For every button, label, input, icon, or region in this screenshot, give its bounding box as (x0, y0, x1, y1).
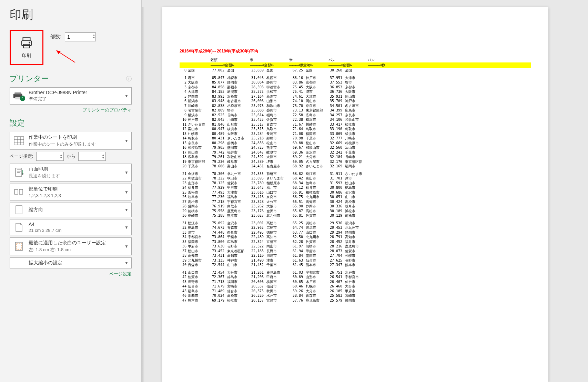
table-row: 32徳島市74,673青森市22,963広島市64.74岐阜市29,453北九州… (180, 225, 531, 230)
page-to-input[interactable] (78, 152, 106, 161)
duplex-title: 両面印刷 (29, 166, 124, 172)
margins-sub: 左: 1.8 cm 右: 1.8 cm (29, 247, 124, 253)
printer-name: Brother DCP-J988N Printer (29, 90, 124, 95)
svg-rect-0 (23, 38, 30, 41)
table-row: 43長野市71,713福岡市20,606横浜市60.65水戸市26,467仙台市 (180, 280, 531, 284)
page-title: 印刷 (10, 7, 132, 23)
table-row: 42佐賀市72,367徳島市21,206甲府市60.89山形市26,541宇都宮… (180, 275, 531, 280)
table-row: 25浜松市77,493大津市23,616山口市66.91相模原市30,686金沢… (180, 190, 531, 195)
orientation-selector[interactable]: 縦方向 ▼ (10, 203, 132, 217)
report-title: 2016年(平成28年)～2018年(平成30年)平均 (180, 48, 531, 54)
collate-title: 部単位で印刷 (29, 186, 124, 192)
table-row: 8名古屋市82,809堺市25,888盛岡市73.13東京都区部34,399広島… (180, 108, 531, 113)
table-row: 31松江市75,092金沢市23,001高松市65.25浜松市29,536新潟市 (180, 221, 531, 226)
table-row: 34宇都宮市73,864千葉市22,489高知市62.50北九州市28,791高… (180, 235, 531, 239)
table-row: 19東京都区部79,236岐阜市24,589堺市69.05名古屋市32,176東… (180, 159, 531, 164)
table-row: 18広島市79,261和歌山市24,592大津市69.21大分市32,184長崎… (180, 155, 531, 159)
svg-rect-20 (19, 189, 23, 194)
collate-selector[interactable]: 部単位で印刷 1,2,3 1,2,3 1,2,3 ▼ (10, 184, 132, 200)
duplex-sub: 長辺を綴じます (29, 173, 124, 179)
chevron-down-icon: ▼ (124, 207, 129, 212)
svg-rect-19 (14, 189, 18, 194)
svg-rect-8 (15, 97, 20, 99)
table-row: 9横浜市82,525長崎市25,614福島市72.58広島市34,257奈良市 (180, 113, 531, 118)
copies-input[interactable] (65, 32, 96, 41)
table-row: 20千葉市78,606富山市24,451名古屋市68.92さいたま市32,169… (180, 164, 531, 169)
printer-selector[interactable]: Brother DCP-J988N Printer 準備完了 ▼ (10, 87, 132, 105)
table-row: 46那覇市70,024高松市20,320水戸市58.84青森市25,583宮崎市 (180, 293, 531, 298)
svg-marker-18 (22, 174, 23, 175)
paper-sub: 21 cm x 29.7 cm (29, 228, 124, 233)
margins-selector[interactable]: 最後に適用した余白のユーザー設定 左: 1.8 cm 右: 1.8 cm ▼ (10, 237, 132, 255)
table-row: 17岡山市79,742福井市24,647岐阜市69.36金沢市32,242千葉市 (180, 150, 531, 155)
table-row: 24福井市77,929甲府市23,643福井市68.12福井市30,800徳島市 (180, 185, 531, 190)
print-preview-area: 2016年(平成28年)～2018年(平成30年)平均 穀類 米 米 パン パン… (141, 0, 588, 382)
print-button-label: 印刷 (22, 52, 31, 59)
printer-properties-link[interactable]: プリンターのプロパティ (82, 107, 132, 112)
printer-section-title: プリンター (10, 74, 49, 84)
table-row: 15奈良市80,298前橋市24,856松山市69.88松山市32,669相模原… (180, 141, 531, 146)
svg-rect-14 (16, 168, 22, 176)
table-row: 7川崎市82,838相模原市25,973和歌山市73.70奈良市34,501名古… (180, 104, 531, 108)
table-row: 5静岡市83,993浜松市27,164新潟市74.61大津市35,931岡山市 (180, 94, 531, 99)
printer-ready-icon (20, 96, 25, 101)
table-row: 21金沢市78,306北九州市24,355前橋市68.82松江市31,911さい… (180, 172, 531, 176)
table-row: 13札幌市80,489大阪市25,284長崎市71.08福岡市33,069横浜市 (180, 131, 531, 136)
svg-point-3 (29, 42, 30, 43)
info-icon[interactable]: i (126, 76, 132, 81)
svg-rect-9 (14, 137, 24, 145)
copies-up-icon[interactable]: ▲ (93, 33, 95, 36)
page-from-input[interactable] (36, 152, 64, 161)
table-row: 0全国77,002全国23,839全国67.25全国30,268全国 (180, 68, 531, 73)
print-button[interactable]: 印刷 (10, 30, 43, 65)
table-row: 26岐阜市77,230福島市23,416奈良市66.75北九州市30,651山口… (180, 195, 531, 199)
spinner-down-icon[interactable]: ▼ (102, 156, 104, 159)
spinner-up-icon[interactable]: ▲ (102, 153, 104, 156)
collate-sub: 1,2,3 1,2,3 1,2,3 (29, 193, 124, 198)
settings-section-title: 設定 (10, 118, 25, 128)
table-row: 14鳥取市80,431さいたま市25,218那覇市70.98千葉市32,777川… (180, 136, 531, 141)
print-what-title: 作業中のシートを印刷 (29, 134, 124, 140)
table-row: 10神戸市82,045川崎市25,435佐賀市72.38横浜市34,106和歌山… (180, 117, 531, 122)
table-body: 0全国77,002全国23,839全国67.25全国30,268全国1堺市85,… (180, 68, 531, 303)
table-row: 1堺市85,847札幌市31,046札幌市86.16神戸市37,951大津市 (180, 76, 531, 80)
duplex-icon (14, 167, 23, 178)
print-what-selector[interactable]: 作業中のシートを印刷 作業中のシートのみを印刷します ▼ (10, 132, 132, 150)
scaling-selector[interactable]: 拡大縮小の設定 ▼ (10, 257, 132, 268)
table-row: 2大阪市85,077静岡市30,064静岡市83.86京都市37,553堺市 (180, 80, 531, 85)
chevron-down-icon: ▼ (124, 190, 129, 195)
page-range-to-label: から (67, 153, 75, 159)
svg-line-4 (58, 51, 75, 62)
margins-icon (15, 242, 23, 251)
svg-rect-7 (14, 92, 21, 94)
table-row: 41山口市72,454大分市21,261鹿児島市61.03宇都宮市26,751水… (180, 270, 531, 275)
preview-page: 2016年(平成28年)～2018年(平成30年)平均 穀類 米 米 パン パン… (162, 7, 548, 382)
table-row: 35福岡市73,800広島市22,324京都市62.28佐賀市28,452福井市 (180, 239, 531, 244)
paper-selector[interactable]: A4 21 cm x 29.7 cm ▼ (10, 219, 132, 235)
table-row: 6新潟市83,948名古屋市26,006山形市74.10岡山市35,709神戸市 (180, 99, 531, 104)
table-row: 39北九州市73,135神戸市21,490津市61.63仙台市27,625長野市 (180, 258, 531, 263)
table-row: 12富山市80,947横浜市25,315鳥取市71.64鳥取市33,190鳥取市 (180, 127, 531, 131)
margins-title: 最後に適用した余白のユーザー設定 (29, 240, 124, 246)
table-row: 37松山市73,452東京都区部22,183長野市61.94甲府市28,073佐… (180, 249, 531, 254)
chevron-down-icon: ▼ (124, 244, 129, 249)
table-row: 3京都市84,858那覇市28,593宇都宮市75.45大阪市36,853京都市 (180, 85, 531, 90)
page-setup-link[interactable]: ページ設定 (109, 271, 132, 276)
table-row: 28盛岡市76,919鳥取市23,262大阪市65.90静岡市30,336岐阜市 (180, 204, 531, 209)
table-row: 38高知市73,431高知市22,110川崎市61.84盛岡市27,704札幌市 (180, 253, 531, 258)
duplex-selector[interactable]: 両面印刷 長辺を綴じます ▼ (10, 164, 132, 182)
table-row: 29前橋市75,558鹿児島市23,176金沢市65.87高松市30,189浜松… (180, 209, 531, 214)
table-row: 47熊本市69,179松江市20,137宮崎市57.76鹿児島市25,579盛岡… (180, 298, 531, 303)
copies-down-icon[interactable]: ▼ (93, 36, 95, 39)
table-row: 36甲府市73,630長野市22,322岡山市61.97前橋市28,216鹿児島… (180, 244, 531, 249)
table-row: 44仙台市71,679宮崎市20,537仙台市60.46札幌市26,460大分市 (180, 284, 531, 289)
spinner-up-icon[interactable]: ▲ (60, 153, 62, 156)
svg-rect-23 (17, 243, 21, 249)
printer-status-text: 準備完了 (29, 96, 124, 102)
spinner-down-icon[interactable]: ▼ (60, 156, 62, 159)
table-row: 33津市74,448奈良市22,495徳島市63.77山口市29,294静岡市 (180, 230, 531, 235)
table-row: 16相模原市79,905盛岡市24,725熊本市69.67和歌山市32,560富… (180, 145, 531, 150)
copies-label: 部数: (50, 34, 61, 40)
svg-rect-21 (16, 206, 22, 214)
portrait-icon (15, 205, 23, 215)
